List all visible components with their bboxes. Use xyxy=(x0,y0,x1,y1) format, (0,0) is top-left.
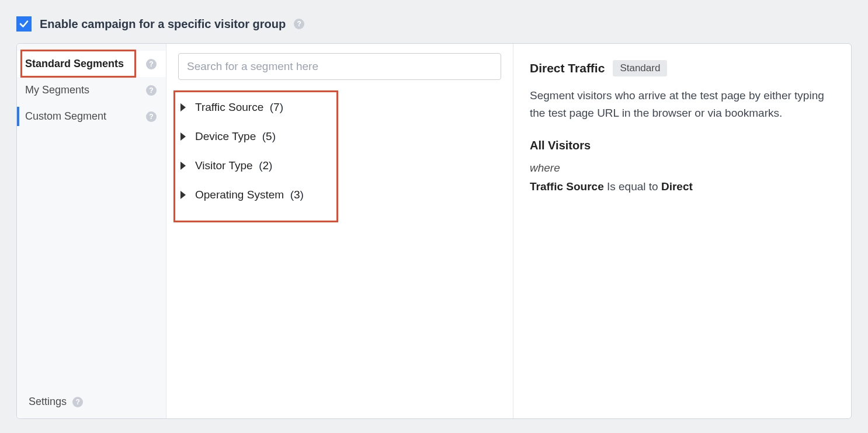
condition-field: Traffic Source xyxy=(530,180,604,193)
sidebar-item-my-segments[interactable]: My Segments ? xyxy=(17,77,166,103)
category-label: Operating System xyxy=(195,188,284,201)
sidebar-settings[interactable]: Settings ? xyxy=(17,387,166,411)
chevron-right-icon xyxy=(180,103,186,111)
condition-line: Traffic Source Is equal to Direct xyxy=(530,180,835,193)
help-icon[interactable]: ? xyxy=(72,397,83,407)
category-label: Visitor Type xyxy=(195,159,253,172)
sidebar-item-label: My Segments xyxy=(25,84,89,96)
help-icon[interactable]: ? xyxy=(146,85,157,96)
category-traffic-source[interactable]: Traffic Source (7) xyxy=(178,93,501,122)
search-input[interactable] xyxy=(178,53,501,80)
check-icon xyxy=(19,19,29,29)
help-icon[interactable]: ? xyxy=(146,59,157,69)
enable-toggle-row: Enable campaign for a specific visitor g… xyxy=(16,16,852,32)
segments-panel: Standard Segments ? My Segments ? Custom… xyxy=(16,43,852,419)
sidebar-settings-label: Settings xyxy=(29,396,67,408)
help-icon[interactable]: ? xyxy=(294,19,304,29)
category-device-type[interactable]: Device Type (5) xyxy=(178,122,501,151)
sidebar-item-label: Standard Segments xyxy=(25,58,124,70)
category-operating-system[interactable]: Operating System (3) xyxy=(178,180,501,209)
category-list: Traffic Source (7) Device Type (5) Visit… xyxy=(178,93,501,209)
segment-detail: Direct Traffic Standard Segment visitors… xyxy=(513,44,851,418)
condition-operator: Is equal to xyxy=(607,180,658,193)
segments-sidebar: Standard Segments ? My Segments ? Custom… xyxy=(17,44,166,418)
detail-header: Direct Traffic Standard xyxy=(530,60,835,76)
sidebar-item-standard-segments[interactable]: Standard Segments ? xyxy=(17,51,166,77)
category-visitor-type[interactable]: Visitor Type (2) xyxy=(178,151,501,180)
category-count: 2 xyxy=(262,159,269,172)
sidebar-item-label: Custom Segment xyxy=(25,110,106,123)
chevron-right-icon xyxy=(180,162,186,170)
condition-value: Direct xyxy=(661,180,693,193)
segment-browser: Traffic Source (7) Device Type (5) Visit… xyxy=(166,44,513,418)
condition-where: where xyxy=(530,162,835,174)
segment-type-badge: Standard xyxy=(613,60,667,76)
chevron-right-icon xyxy=(180,191,186,199)
chevron-right-icon xyxy=(180,132,186,141)
category-count: 5 xyxy=(266,130,272,142)
enable-checkbox[interactable] xyxy=(16,16,32,32)
category-count: 3 xyxy=(294,188,300,201)
detail-description: Segment visitors who arrive at the test … xyxy=(530,87,835,123)
category-label: Device Type xyxy=(195,130,256,142)
enable-label: Enable campaign for a specific visitor g… xyxy=(40,18,286,31)
detail-title: Direct Traffic xyxy=(530,61,605,75)
category-count: 7 xyxy=(273,101,280,113)
detail-subhead: All Visitors xyxy=(530,139,835,152)
category-label: Traffic Source xyxy=(195,101,263,113)
help-icon[interactable]: ? xyxy=(146,111,157,122)
sidebar-item-custom-segment[interactable]: Custom Segment ? xyxy=(17,103,166,130)
